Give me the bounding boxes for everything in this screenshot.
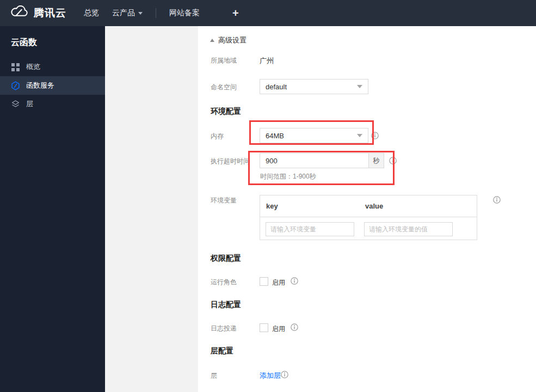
- memory-selected-value: 64MB: [266, 132, 284, 140]
- memory-select[interactable]: 64MB: [260, 128, 368, 143]
- sidebar-title: 云函数: [0, 26, 105, 48]
- envvar-table: key value: [260, 195, 477, 240]
- layer-config-title: 层配置: [211, 346, 233, 356]
- namespace-label: 命名空间: [211, 83, 237, 91]
- timeout-info-icon[interactable]: [389, 157, 397, 164]
- add-nav-shortcut-button[interactable]: +: [232, 7, 239, 20]
- envvar-value-header: value: [365, 202, 383, 210]
- environment-config-title: 环境配置: [211, 107, 241, 117]
- envvar-key-input[interactable]: [266, 222, 354, 236]
- brand-name: 腾讯云: [34, 6, 66, 20]
- run-role-label: 运行角色: [211, 278, 237, 286]
- run-role-enable-checkbox[interactable]: [260, 277, 268, 286]
- log-delivery-enable-label: 启用: [272, 324, 285, 334]
- namespace-select[interactable]: default: [260, 79, 368, 94]
- log-delivery-info-icon[interactable]: [291, 323, 298, 331]
- sidebar-item-label: 层: [26, 99, 33, 109]
- timeout-unit-suffix: 秒: [368, 153, 384, 168]
- tencent-cloud-logo[interactable]: 腾讯云: [10, 5, 66, 21]
- add-layer-info-icon[interactable]: [281, 371, 288, 378]
- advanced-settings-label: 高级设置: [218, 35, 247, 45]
- function-hexagon-icon: [11, 81, 20, 90]
- sidebar-item-function-service[interactable]: 函数服务: [0, 76, 105, 95]
- timeout-input-group: 秒: [260, 153, 384, 168]
- add-layer-link[interactable]: 添加层: [260, 371, 281, 381]
- log-delivery-enable-checkbox[interactable]: [260, 323, 268, 332]
- topbar: 腾讯云 总览 云产品 网站备案 +: [0, 0, 536, 26]
- timeout-range-hint: 时间范围：1-900秒: [260, 172, 316, 181]
- nav-website-beian[interactable]: 网站备案: [169, 8, 200, 18]
- sidebar-item-label: 概览: [26, 62, 40, 72]
- dropdown-arrow-icon: [357, 134, 362, 137]
- dropdown-arrow-icon: [357, 85, 362, 88]
- nav-cloud-products-label: 云产品: [112, 8, 135, 18]
- envvar-info-icon[interactable]: [493, 196, 501, 204]
- run-role-info-icon[interactable]: [291, 277, 298, 285]
- run-role-enable-label: 启用: [272, 278, 285, 287]
- top-navigation: 总览 云产品 网站备案 +: [84, 7, 239, 20]
- envvar-table-header: key value: [260, 195, 477, 217]
- namespace-selected-value: default: [266, 83, 287, 91]
- sidebar-item-label: 函数服务: [26, 81, 54, 90]
- layers-icon: [11, 100, 20, 109]
- memory-info-icon[interactable]: [371, 132, 379, 139]
- region-label: 所属地域: [211, 57, 237, 64]
- log-delivery-label: 日志投递: [211, 324, 237, 332]
- nav-overview[interactable]: 总览: [84, 8, 99, 18]
- permission-config-title: 权限配置: [211, 254, 241, 264]
- sidebar: 云函数 概览 函数服务: [0, 26, 105, 392]
- timeout-input[interactable]: [260, 153, 369, 168]
- secondary-panel: [105, 26, 198, 392]
- envvar-value-input[interactable]: [364, 222, 453, 236]
- advanced-settings-toggle[interactable]: 高级设置: [210, 35, 247, 45]
- layer-label: 层: [211, 372, 217, 379]
- function-config-form: 高级设置 所属地域 广州 命名空间 default 环境配置 内存 64MB 执…: [198, 26, 536, 392]
- log-config-title: 日志配置: [211, 300, 241, 310]
- nav-divider: [156, 8, 156, 18]
- envvar-label: 环境变量: [211, 197, 237, 204]
- sidebar-item-layers[interactable]: 层: [0, 95, 105, 113]
- sidebar-menu: 概览 函数服务 层: [0, 58, 105, 113]
- nav-cloud-products[interactable]: 云产品: [112, 8, 143, 18]
- chevron-down-icon: [138, 12, 143, 15]
- region-value: 广州: [260, 56, 274, 66]
- collapse-triangle-icon: [210, 39, 214, 42]
- memory-label: 内存: [211, 132, 224, 140]
- timeout-label: 执行超时时间: [211, 157, 250, 165]
- envvar-key-header: key: [260, 202, 365, 210]
- grid-icon: [11, 63, 20, 72]
- cloud-logo-icon: [10, 5, 28, 21]
- sidebar-item-overview[interactable]: 概览: [0, 58, 105, 76]
